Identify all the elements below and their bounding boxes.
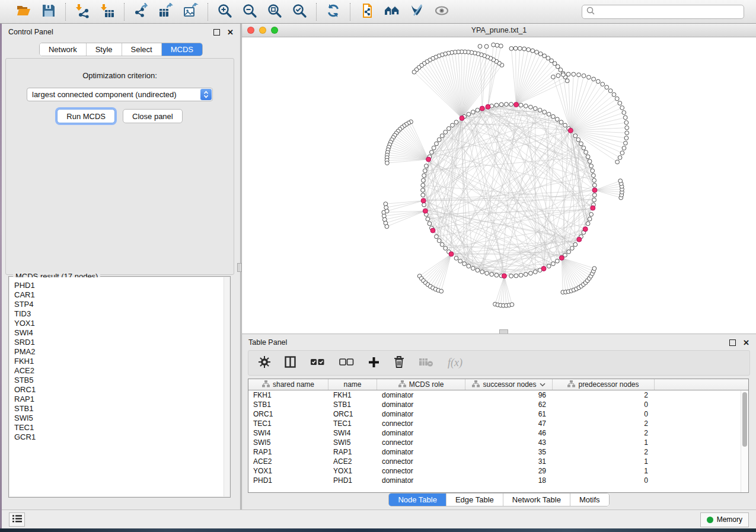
graph-leaf-node[interactable] bbox=[624, 141, 628, 145]
mcds-result-item[interactable]: TID3 bbox=[14, 309, 229, 319]
graph-node[interactable] bbox=[524, 273, 528, 277]
graph-leaf-node[interactable] bbox=[546, 56, 550, 60]
graph-node[interactable] bbox=[421, 188, 425, 193]
graph-leaf-node[interactable] bbox=[478, 44, 482, 49]
graph-node[interactable] bbox=[435, 235, 439, 239]
graph-leaf-node[interactable] bbox=[527, 47, 531, 52]
graph-node[interactable] bbox=[592, 183, 596, 187]
graph-node[interactable] bbox=[454, 256, 458, 260]
graph-node[interactable] bbox=[423, 169, 427, 173]
table-row[interactable]: FKH1FKH1dominator962 bbox=[248, 390, 748, 400]
float-table-panel-icon[interactable] bbox=[729, 339, 736, 346]
graph-node[interactable] bbox=[538, 108, 542, 113]
graph-node[interactable] bbox=[559, 120, 563, 124]
graph-node[interactable] bbox=[589, 164, 594, 168]
graph-leaf-node[interactable] bbox=[565, 79, 569, 83]
table-row[interactable]: ACE2ACE2connector311 bbox=[248, 457, 748, 466]
mcds-result-list[interactable]: PHD1CAR1STP4TID3YOX1SWI4SRD1PMA2FKH1ACE2… bbox=[9, 277, 229, 496]
graph-dominator-node[interactable] bbox=[541, 267, 546, 271]
graph-node[interactable] bbox=[529, 271, 533, 275]
graph-node[interactable] bbox=[579, 142, 583, 146]
zoom-fit-button[interactable] bbox=[266, 3, 283, 21]
zoom-out-button[interactable] bbox=[241, 3, 259, 21]
table-scrollbar-thumb[interactable] bbox=[742, 392, 747, 447]
table-row[interactable]: SWI4SWI4dominator462 bbox=[248, 428, 748, 438]
graph-node[interactable] bbox=[547, 112, 551, 116]
graph-node[interactable] bbox=[592, 178, 596, 182]
graph-node[interactable] bbox=[451, 123, 455, 127]
open-file-button[interactable] bbox=[15, 3, 33, 21]
network-window-titlebar[interactable]: YPA_prune.txt_1 bbox=[242, 24, 756, 37]
graph-node[interactable] bbox=[509, 274, 513, 278]
graph-leaf-node[interactable] bbox=[535, 50, 539, 55]
table-row[interactable]: TEC1TEC1connector472 bbox=[248, 419, 748, 428]
graph-leaf-node[interactable] bbox=[592, 267, 596, 271]
graph-leaf-node[interactable] bbox=[522, 47, 527, 51]
column-header-successor-nodes[interactable]: successor nodes bbox=[465, 379, 553, 390]
table-scrollbar[interactable] bbox=[741, 390, 748, 492]
column-header-shared-name[interactable]: shared name bbox=[248, 379, 328, 390]
graph-leaf-node[interactable] bbox=[623, 116, 627, 120]
graph-leaf-node[interactable] bbox=[618, 101, 622, 105]
network-canvas[interactable] bbox=[242, 37, 755, 334]
graph-node[interactable] bbox=[543, 110, 547, 114]
zoom-selected-button[interactable] bbox=[291, 3, 308, 21]
table-row[interactable]: ORC1ORC1dominator610 bbox=[248, 409, 748, 419]
share-document-button[interactable] bbox=[358, 3, 376, 21]
graph-leaf-node[interactable] bbox=[582, 74, 586, 78]
graph-node[interactable] bbox=[592, 174, 596, 178]
graph-leaf-node[interactable] bbox=[625, 131, 629, 135]
graph-dominator-node[interactable] bbox=[583, 227, 588, 232]
graph-node[interactable] bbox=[584, 150, 588, 155]
graph-node[interactable] bbox=[588, 217, 592, 221]
graph-node[interactable] bbox=[430, 150, 434, 155]
graph-leaf-node[interactable] bbox=[518, 46, 522, 50]
mcds-result-item[interactable]: CAR1 bbox=[14, 290, 229, 300]
graph-node[interactable] bbox=[495, 103, 499, 107]
graph-node[interactable] bbox=[480, 270, 484, 274]
graph-node[interactable] bbox=[499, 102, 503, 107]
graph-node[interactable] bbox=[467, 264, 471, 268]
graph-node[interactable] bbox=[426, 217, 430, 221]
optimization-criterion-dropdown[interactable]: largest connected component (undirected) bbox=[27, 88, 213, 101]
graph-dominator-node[interactable] bbox=[423, 209, 428, 213]
graph-node[interactable] bbox=[555, 117, 559, 121]
graph-node[interactable] bbox=[547, 264, 551, 268]
zoom-window-light[interactable] bbox=[271, 27, 278, 34]
graph-leaf-node[interactable] bbox=[510, 303, 514, 307]
graph-node[interactable] bbox=[471, 267, 475, 271]
graph-node[interactable] bbox=[428, 222, 432, 226]
graph-node[interactable] bbox=[485, 271, 489, 275]
graph-node[interactable] bbox=[432, 146, 436, 150]
graph-leaf-node[interactable] bbox=[566, 72, 570, 76]
graph-node[interactable] bbox=[490, 273, 494, 277]
graph-leaf-node[interactable] bbox=[556, 73, 560, 78]
graph-dominator-node[interactable] bbox=[514, 102, 519, 107]
graph-leaf-node[interactable] bbox=[572, 72, 576, 76]
graph-node[interactable] bbox=[505, 102, 509, 107]
graph-leaf-node[interactable] bbox=[562, 73, 566, 77]
table-tab-network-table[interactable]: Network Table bbox=[503, 493, 570, 506]
graph-node[interactable] bbox=[533, 107, 537, 111]
tab-style[interactable]: Style bbox=[86, 43, 122, 56]
graph-leaf-node[interactable] bbox=[385, 209, 389, 213]
graph-node[interactable] bbox=[573, 134, 578, 138]
graph-dominator-node[interactable] bbox=[592, 188, 597, 193]
mcds-result-item[interactable]: YOX1 bbox=[14, 319, 229, 328]
graph-dominator-node[interactable] bbox=[591, 206, 595, 210]
graph-node[interactable] bbox=[422, 174, 426, 178]
column-header-name[interactable]: name bbox=[328, 379, 377, 390]
table-row[interactable]: RAP1RAP1dominator352 bbox=[248, 447, 748, 457]
graph-node[interactable] bbox=[555, 259, 559, 263]
run-mcds-button[interactable]: Run MCDS bbox=[57, 109, 115, 123]
graph-node[interactable] bbox=[570, 246, 574, 251]
columns-button[interactable] bbox=[285, 356, 296, 370]
mcds-result-item[interactable]: PHD1 bbox=[14, 281, 229, 290]
graph-node[interactable] bbox=[444, 246, 448, 251]
graph-leaf-node[interactable] bbox=[608, 89, 613, 93]
graph-node[interactable] bbox=[476, 268, 480, 273]
memory-button[interactable]: Memory bbox=[700, 512, 749, 527]
refresh-layout-button[interactable] bbox=[324, 3, 342, 21]
graph-dominator-node[interactable] bbox=[460, 116, 464, 120]
table-row[interactable]: YOX1YOX1connector291 bbox=[248, 466, 748, 476]
